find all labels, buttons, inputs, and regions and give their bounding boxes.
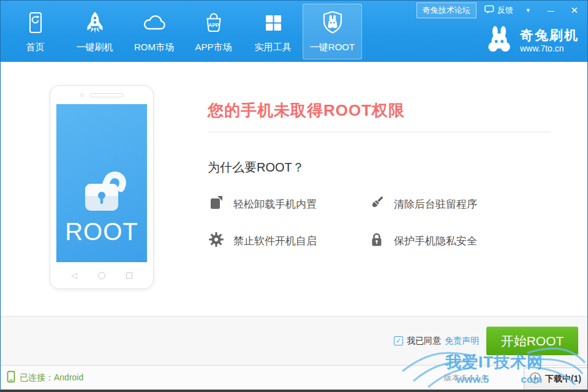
- app-window: 首页 一键刷机: [0, 0, 588, 392]
- nav-tab-flash[interactable]: 一键刷机: [65, 4, 124, 59]
- download-icon: [529, 372, 541, 386]
- android-back-icon: ◁: [71, 271, 77, 280]
- divider: [208, 132, 551, 132]
- phone-root-label: ROOT: [65, 218, 138, 246]
- action-bar: ✓ 我已同意 免责声明 开始ROOT: [1, 316, 587, 365]
- phone-screen: ROOT: [56, 104, 147, 262]
- app-icon-text: APP: [208, 22, 219, 28]
- gear-icon: [208, 231, 225, 251]
- feature-uninstall: 轻松卸载手机内置: [208, 194, 368, 214]
- brand-name: 奇兔刷机: [520, 28, 579, 43]
- header: 首页 一键刷机: [1, 1, 587, 62]
- open-lock-icon: [74, 157, 130, 216]
- nav-tab-label: 实用工具: [255, 42, 292, 53]
- connection-label: 已连接：Android: [20, 372, 83, 383]
- nav-tab-label: 一键刷机: [77, 42, 113, 53]
- feature-privacy: 保护手机隐私安全: [368, 231, 551, 251]
- lock-icon: [368, 231, 385, 251]
- feedback-button[interactable]: 反馈: [484, 5, 513, 16]
- rabbit-logo-icon: [484, 25, 514, 56]
- version-label: 版本:5.4.1.0: [444, 372, 486, 383]
- download-label: 下载中(1): [545, 374, 581, 385]
- nav-tab-label: 首页: [26, 42, 45, 53]
- close-button[interactable]: ✕: [566, 5, 582, 16]
- phone-camera-dot: [80, 93, 84, 97]
- phone-illustration: ROOT ◁: [50, 85, 154, 289]
- nav-tab-home[interactable]: 首页: [6, 4, 65, 59]
- nav-tab-root[interactable]: 一键ROOT: [303, 4, 362, 59]
- agree-checkbox[interactable]: ✓: [394, 336, 403, 345]
- forum-button[interactable]: 奇兔技术论坛: [417, 2, 477, 18]
- uninstall-icon: [208, 194, 225, 214]
- dropdown-caret-icon[interactable]: ▼: [521, 6, 535, 15]
- feature-autostart: 禁止软件开机自启: [208, 231, 368, 251]
- nav-tab-label: 一键ROOT: [310, 42, 355, 53]
- nav-tab-rom-market[interactable]: ROM市场: [124, 4, 184, 59]
- main-content: ROOT ◁ 您的手机未取得ROOT权限 为什么要ROOT？: [1, 62, 587, 316]
- nav-tab-label: ROM市场: [134, 42, 174, 53]
- app-bag-icon: APP: [200, 9, 227, 37]
- feature-label: 轻松卸载手机内置: [233, 197, 317, 211]
- agree-label: 我已同意: [407, 336, 441, 347]
- feature-label: 保护手机隐私安全: [394, 234, 477, 248]
- cloud-icon: [140, 9, 168, 37]
- start-root-button[interactable]: 开始ROOT: [486, 326, 578, 355]
- page-title: 您的手机未取得ROOT权限: [208, 100, 551, 121]
- download-button[interactable]: 下载中(1): [524, 368, 587, 390]
- speech-bubble-icon: [484, 5, 494, 16]
- android-recent-icon: [126, 273, 132, 279]
- phone-connected-icon: [7, 371, 15, 385]
- feature-list: 轻松卸载手机内置 清除后台驻留程序: [208, 194, 551, 251]
- feature-clean: 清除后台驻留程序: [368, 194, 551, 214]
- window-controls: 奇兔技术论坛 反馈 ▼ ─ ✕: [417, 2, 582, 18]
- brand-url: www.7to.cn: [520, 43, 579, 53]
- clean-brush-icon: [368, 194, 385, 214]
- phone-speaker: [89, 93, 124, 97]
- rocket-icon: [81, 9, 108, 37]
- disclaimer-link[interactable]: 免责声明: [445, 336, 479, 347]
- status-bar: 已连接：Android 版本:5.4.1.0 下载中(1): [1, 365, 587, 390]
- nav-tab-label: APP市场: [195, 42, 232, 53]
- feature-label: 清除后台驻留程序: [394, 197, 477, 211]
- android-home-icon: [98, 272, 105, 279]
- connection-status: 已连接：Android: [7, 371, 83, 385]
- nav-tab-tools[interactable]: 实用工具: [243, 4, 303, 59]
- feature-label: 禁止软件开机自启: [233, 234, 317, 248]
- feedback-label: 反馈: [497, 5, 513, 16]
- why-root-heading: 为什么要ROOT？: [208, 159, 551, 176]
- tiles-icon: [260, 9, 287, 37]
- home-refresh-icon: [22, 9, 49, 37]
- shield-rabbit-icon: [318, 9, 347, 37]
- nav-tab-app-market[interactable]: APP APP市场: [184, 4, 243, 59]
- brand-logo: 奇兔刷机 www.7to.cn: [484, 25, 579, 56]
- minimize-button[interactable]: ─: [543, 6, 559, 16]
